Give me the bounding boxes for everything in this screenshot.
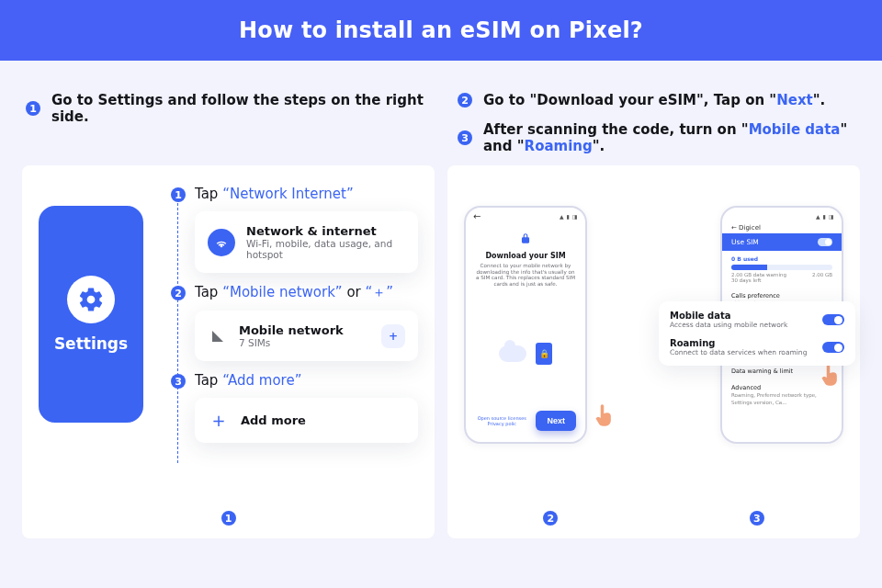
step-badge: 2 — [171, 286, 186, 300]
download-subtitle: Connect to your mobile network by downlo… — [475, 263, 576, 288]
roaming-title: Roaming — [670, 338, 807, 348]
instruction-text: After scanning the code, turn on "Mobile… — [483, 121, 856, 154]
data-used: 0 B used — [731, 255, 832, 262]
back-arrow-icon[interactable]: ← — [473, 211, 481, 221]
index-badge: 2 — [543, 511, 558, 526]
step-text: Tap “Add more” — [195, 372, 418, 389]
lock-icon — [519, 232, 532, 244]
cloud-icon — [499, 345, 526, 362]
instruction-text: Go to Settings and follow the steps on t… — [51, 92, 424, 125]
signal-icon — [208, 326, 228, 346]
top-right: 2 Go to "Download your eSIM", Tap on "Ne… — [458, 92, 856, 154]
mobile-network-card[interactable]: Mobile network 7 SIMs + — [195, 311, 418, 361]
index-badge: 3 — [750, 511, 764, 526]
mobile-data-title: Mobile data — [670, 311, 787, 321]
roaming-sub: Connect to data services when roaming — [670, 348, 807, 356]
roaming-row[interactable]: Roaming Connect to data services when ro… — [670, 338, 844, 356]
steps-column: 1 Tap “Network Internet” Network & inter… — [171, 186, 418, 518]
card-subtitle: 7 SIMs — [239, 337, 344, 348]
toggle-on-icon[interactable] — [822, 314, 844, 325]
pointer-hand-icon — [593, 402, 618, 428]
status-icons: ▲ ▮ ◨ — [560, 213, 578, 220]
card-subtitle: Wi-Fi, mobile, data usage, and hotspot — [246, 238, 405, 260]
sim-chip-icon — [536, 343, 552, 365]
phone-settings-mock: Settings — [39, 206, 143, 518]
step-badge: 1 — [26, 101, 40, 116]
instruction-2: 2 Go to "Download your eSIM", Tap on "Ne… — [458, 92, 856, 108]
mobile-data-sub: Access data using mobile network — [670, 321, 787, 329]
card-title: Add more — [241, 413, 306, 427]
pixel-phone-outline: Settings — [39, 206, 143, 423]
plus-icon[interactable]: + — [381, 324, 405, 348]
mobile-data-popup: Mobile data Access data using mobile net… — [659, 301, 855, 366]
step-badge: 3 — [458, 130, 472, 145]
next-button[interactable]: Next — [536, 411, 576, 431]
card-download-roaming: ← ▲ ▮ ◨ Download your SIM Connect to you… — [447, 165, 860, 538]
advanced-row[interactable]: Advanced Roaming, Preferred network type… — [731, 384, 832, 406]
top-instructions: 1 Go to Settings and follow the steps on… — [0, 61, 882, 165]
card-settings-steps: Settings 1 Tap “Network Internet” — [22, 165, 435, 538]
settings-label: Settings — [54, 334, 128, 353]
step-badge: 3 — [171, 374, 186, 389]
use-sim-label: Use SIM — [731, 238, 759, 246]
add-more-card[interactable]: + Add more — [195, 398, 418, 443]
step-3: 3 Tap “Add more” + Add more — [171, 372, 418, 443]
step-text: Tap “Network Internet” — [195, 186, 418, 202]
step-text: Tap “Mobile network” or “＋” — [195, 284, 418, 301]
card-index: 2 3 — [447, 511, 860, 526]
toggle-on-icon[interactable] — [822, 342, 844, 353]
instruction-1: 1 Go to Settings and follow the steps on… — [26, 92, 424, 125]
card-title: Mobile network — [239, 323, 344, 337]
mobile-data-row[interactable]: Mobile data Access data using mobile net… — [670, 311, 844, 329]
digicel-header[interactable]: ← Digicel — [731, 224, 761, 232]
page: How to install an eSIM on Pixel? 1 Go to… — [0, 0, 882, 588]
gear-icon — [67, 276, 115, 323]
step-1: 1 Tap “Network Internet” Network & inter… — [171, 186, 418, 273]
instruction-3: 3 After scanning the code, turn on "Mobi… — [458, 121, 856, 154]
network-internet-card[interactable]: Network & internet Wi-Fi, mobile, data u… — [195, 211, 418, 273]
banner: How to install an eSIM on Pixel? — [0, 0, 882, 61]
data-warning-row[interactable]: Data warning & limit — [731, 368, 832, 375]
step-badge: 1 — [171, 187, 186, 202]
usage-bar — [731, 265, 832, 270]
wifi-icon — [208, 229, 235, 256]
banner-title: How to install an eSIM on Pixel? — [239, 17, 643, 43]
cards-row: Settings 1 Tap “Network Internet” — [0, 165, 882, 560]
index-badge: 1 — [221, 511, 236, 526]
card-title: Network & internet — [246, 224, 405, 238]
step-badge: 2 — [458, 93, 472, 107]
mock-download-sim: ← ▲ ▮ ◨ Download your SIM Connect to you… — [464, 206, 587, 444]
status-icons: ▲ ▮ ◨ — [816, 213, 834, 220]
plus-icon: + — [208, 411, 230, 430]
use-sim-row[interactable]: Use SIM — [722, 233, 842, 251]
card-index: 1 — [22, 511, 435, 526]
footer-links[interactable]: Open source licenses Privacy polic — [475, 415, 528, 426]
toggle-on-icon[interactable] — [818, 238, 832, 246]
instruction-text: Go to "Download your eSIM", Tap on "Next… — [483, 92, 825, 108]
top-left: 1 Go to Settings and follow the steps on… — [26, 92, 424, 154]
download-title: Download your SIM — [485, 252, 565, 260]
download-illustration — [475, 297, 576, 411]
step-2: 2 Tap “Mobile network” or “＋” Mobile net… — [171, 284, 418, 361]
